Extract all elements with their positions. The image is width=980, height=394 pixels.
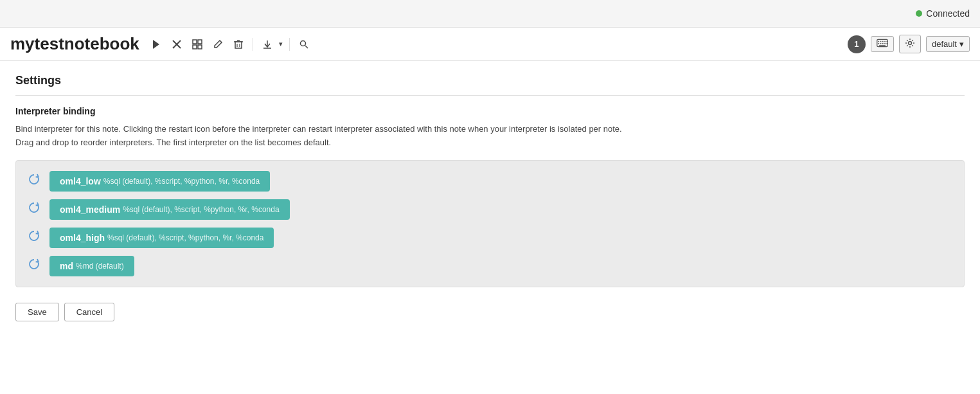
header-right: 1 default: [848, 35, 970, 53]
download-button[interactable]: [258, 37, 276, 52]
edit-icon: [213, 39, 223, 49]
restart-svg-1: [28, 202, 40, 213]
action-buttons: Save Cancel: [15, 303, 965, 321]
section-title: Interpreter binding: [15, 106, 965, 116]
svg-rect-20: [884, 41, 886, 42]
settings-gear-button[interactable]: [899, 35, 921, 53]
svg-rect-4: [198, 40, 202, 44]
search-icon: [299, 39, 309, 49]
connection-status: Connected: [916, 8, 970, 19]
svg-rect-22: [878, 43, 879, 44]
svg-rect-18: [880, 41, 882, 42]
section-description: Bind interpreter for this note. Clicking…: [15, 123, 965, 150]
run-button[interactable]: [147, 37, 165, 52]
keyboard-shortcuts-button[interactable]: [871, 36, 894, 52]
svg-rect-26: [886, 43, 887, 44]
svg-rect-6: [198, 45, 202, 49]
restart-svg-2: [28, 230, 40, 242]
keyboard-icon: [877, 39, 888, 48]
notebook-header: mytestnotebook: [0, 28, 980, 61]
download-dropdown: ▾: [258, 37, 284, 52]
interpreter-tags-1: %sql (default), %script, %python, %r, %c…: [123, 205, 279, 214]
restart-icon-2[interactable]: [26, 230, 42, 245]
restart-icon-3[interactable]: [26, 258, 42, 273]
delete-icon: [233, 39, 244, 49]
restart-svg-0: [28, 174, 40, 185]
default-dropdown-arrow: ▾: [959, 39, 964, 49]
interpreter-name-3: md: [60, 261, 73, 271]
svg-marker-0: [153, 40, 159, 49]
interpreter-row: oml4_low %sql (default), %script, %pytho…: [26, 171, 954, 192]
svg-rect-23: [880, 43, 882, 44]
top-bar: Connected: [0, 0, 980, 28]
svg-rect-19: [882, 41, 884, 42]
description-line2: Drag and drop to reorder interpreters. T…: [15, 138, 331, 147]
stop-icon: [172, 39, 182, 49]
svg-line-15: [305, 46, 308, 48]
interpreter-tags-0: %sql (default), %script, %python, %r, %c…: [103, 177, 260, 186]
svg-rect-27: [879, 45, 886, 46]
notebook-title: mytestnotebook: [10, 34, 139, 54]
gear-icon: [905, 38, 915, 48]
connection-dot: [916, 10, 922, 17]
main-content: Settings Interpreter binding Bind interp…: [0, 61, 980, 334]
download-icon: [262, 39, 272, 49]
stop-button[interactable]: [168, 37, 186, 52]
interpreter-badge-0[interactable]: oml4_low %sql (default), %script, %pytho…: [49, 171, 270, 192]
interpreter-tags-2: %sql (default), %script, %python, %r, %c…: [107, 233, 263, 242]
restart-icon-0[interactable]: [26, 174, 42, 188]
page-title: Settings: [15, 74, 965, 96]
restart-svg-3: [28, 258, 40, 270]
interpreter-row: md %md (default): [26, 256, 954, 276]
interpreter-name-0: oml4_low: [60, 176, 101, 186]
paragraphs-icon: [192, 39, 202, 49]
notebook-title-area: mytestnotebook: [10, 34, 313, 54]
toolbar-divider: [253, 38, 253, 51]
interpreter-row: oml4_medium %sql (default), %script, %py…: [26, 199, 954, 220]
interpreter-area: oml4_low %sql (default), %script, %pytho…: [15, 160, 965, 287]
edit-button[interactable]: [209, 37, 227, 52]
restart-icon-1[interactable]: [26, 202, 42, 217]
description-line1: Bind interpreter for this note. Clicking…: [15, 124, 622, 134]
svg-rect-24: [882, 43, 884, 44]
interpreter-name-1: oml4_medium: [60, 204, 120, 215]
svg-rect-7: [235, 42, 242, 48]
toolbar: ▾: [147, 37, 313, 52]
svg-point-14: [300, 40, 305, 46]
delete-button[interactable]: [229, 37, 247, 52]
svg-point-28: [908, 42, 911, 45]
run-icon: [151, 39, 161, 49]
toolbar-divider-2: [289, 38, 290, 51]
interpreter-row: oml4_high %sql (default), %script, %pyth…: [26, 228, 954, 248]
svg-rect-25: [884, 43, 886, 44]
download-dropdown-btn[interactable]: ▾: [278, 37, 284, 51]
connection-label: Connected: [926, 8, 970, 19]
interpreter-tags-3: %md (default): [76, 262, 124, 271]
svg-rect-17: [878, 41, 879, 42]
interpreter-name-2: oml4_high: [60, 233, 105, 243]
default-dropdown-button[interactable]: default ▾: [926, 36, 970, 52]
default-label: default: [932, 39, 957, 49]
svg-rect-21: [886, 41, 887, 42]
interpreter-badge-3[interactable]: md %md (default): [49, 256, 134, 276]
interpreter-badge-2[interactable]: oml4_high %sql (default), %script, %pyth…: [49, 228, 274, 248]
cancel-button[interactable]: Cancel: [64, 303, 114, 321]
save-button[interactable]: Save: [15, 303, 59, 321]
paragraphs-button[interactable]: [188, 37, 206, 52]
svg-rect-5: [193, 45, 197, 49]
search-button[interactable]: [295, 37, 313, 52]
kernel-badge: 1: [848, 35, 866, 53]
interpreter-badge-1[interactable]: oml4_medium %sql (default), %script, %py…: [49, 199, 290, 220]
svg-rect-3: [193, 40, 197, 44]
